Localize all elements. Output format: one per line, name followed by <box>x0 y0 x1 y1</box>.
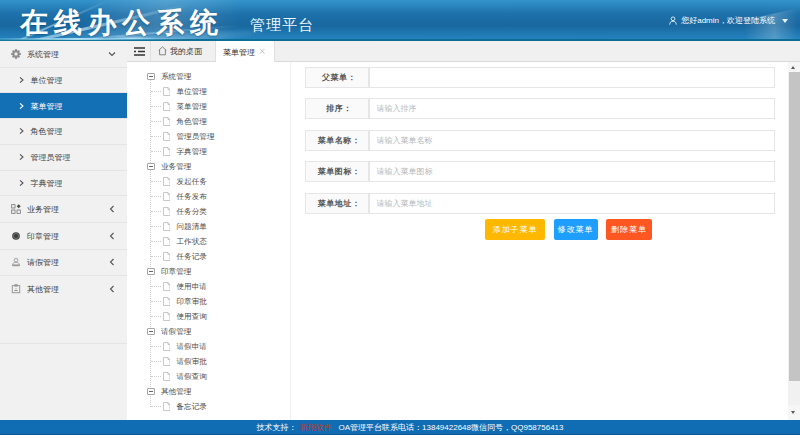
tree-collapse-box[interactable] <box>147 328 155 336</box>
tree-node-child[interactable]: 印章审批 <box>127 294 287 309</box>
tab-label: 菜单管理 <box>223 46 255 57</box>
tree-node-label[interactable]: 使用申请 <box>177 282 207 292</box>
tree-node-label[interactable]: 请假查询 <box>177 372 207 382</box>
tree-node-child[interactable]: 角色管理 <box>127 114 287 129</box>
sidebar-item-admin[interactable]: 管理员管理 <box>0 144 127 170</box>
sidebar-group-system[interactable]: 系统管理 <box>0 41 127 67</box>
tree-node-label[interactable]: 其他管理 <box>161 387 191 397</box>
tree-node-label[interactable]: 单位管理 <box>177 87 207 97</box>
user-icon <box>669 16 677 26</box>
tree-node-child[interactable]: 请假申请 <box>127 339 287 354</box>
tree-node-child[interactable]: 任务发布 <box>127 189 287 204</box>
menu-icon-input[interactable] <box>369 161 776 182</box>
tab-menu-active[interactable]: 菜单管理 <box>216 41 275 62</box>
tree-node-child[interactable]: 请假查询 <box>127 369 287 384</box>
tree-collapse-box[interactable] <box>147 73 155 81</box>
gear-icon <box>11 49 21 59</box>
scroll-down-button[interactable] <box>788 405 800 420</box>
tree-connector-tick <box>151 151 161 152</box>
document-icon <box>163 357 171 366</box>
footer-support-prefix: 技术支持： <box>257 422 297 433</box>
tree-node-parent[interactable]: 请假管理 <box>127 324 287 339</box>
sort-input[interactable] <box>369 98 776 119</box>
tab-control[interactable] <box>127 41 151 61</box>
tree-node-child[interactable]: 使用申请 <box>127 279 287 294</box>
tree-node-label[interactable]: 菜单管理 <box>177 102 207 112</box>
edit-menu-button[interactable]: 修改菜单 <box>554 219 598 241</box>
tree-node-label[interactable]: 印章审批 <box>177 297 207 307</box>
menu-url-input[interactable] <box>369 193 776 214</box>
tree-node-label[interactable]: 管理员管理 <box>177 132 215 142</box>
field-label: 菜单名称： <box>305 130 369 151</box>
tabbar: 我的桌面 菜单管理 <box>127 41 800 62</box>
tree-collapse-box[interactable] <box>147 268 155 276</box>
tree-connector-tick <box>151 346 161 347</box>
tree-node-child[interactable]: 请假审批 <box>127 354 287 369</box>
tree-collapse-box[interactable] <box>147 388 155 396</box>
tree-node-label[interactable]: 请假审批 <box>177 357 207 367</box>
tree-node-parent[interactable]: 印章管理 <box>127 264 287 279</box>
tree-node-label[interactable]: 角色管理 <box>177 117 207 127</box>
sidebar-item-label: 角色管理 <box>31 126 63 137</box>
add-submenu-button[interactable]: 添加子菜单 <box>485 219 545 241</box>
caret-down-icon <box>782 19 788 23</box>
tree-connector-tick <box>151 226 161 227</box>
tree-node-label[interactable]: 印章管理 <box>161 267 191 277</box>
tree-node-label[interactable]: 字典管理 <box>177 147 207 157</box>
sidebar-group-label: 印章管理 <box>27 230 59 241</box>
sidebar-group-business[interactable]: 业务管理 <box>0 195 127 222</box>
scrollbar-thumb[interactable] <box>789 72 800 381</box>
tree-connector-tick <box>151 406 161 407</box>
app: 在线办公系统 管理平台 您好admin，欢迎登陆系统 <box>0 0 800 435</box>
tree-node-parent[interactable]: 业务管理 <box>127 159 287 174</box>
tree-node-child[interactable]: 菜单管理 <box>127 99 287 114</box>
tree-node-label[interactable]: 业务管理 <box>161 162 191 172</box>
parent-menu-input[interactable] <box>369 67 776 88</box>
tree-node-child[interactable]: 发起任务 <box>127 174 287 189</box>
sidebar-item-dict[interactable]: 字典管理 <box>0 170 127 196</box>
tree-node-label[interactable]: 工作状态 <box>177 237 207 247</box>
tree-node-label[interactable]: 系统管理 <box>161 72 191 82</box>
tree-collapse-box[interactable] <box>147 163 155 171</box>
sidebar-group-other[interactable]: 其他管理 <box>0 275 127 302</box>
tree-node-child[interactable]: 字典管理 <box>127 144 287 159</box>
tree-node-label[interactable]: 请假管理 <box>161 327 191 337</box>
footer: 技术支持：新翔软件OA管理平台联系电话：13849422648微信同号，QQ95… <box>0 420 800 435</box>
sidebar-group-leave[interactable]: 请假管理 <box>0 249 127 276</box>
tree-node-label[interactable]: 备忘记录 <box>177 402 207 412</box>
tree-node-label[interactable]: 问题清单 <box>177 222 207 232</box>
user-menu[interactable]: 您好admin，欢迎登陆系统 <box>669 0 788 41</box>
tree-connector-tick <box>151 121 161 122</box>
tree-node-child[interactable]: 单位管理 <box>127 84 287 99</box>
tab-desktop[interactable]: 我的桌面 <box>151 41 216 61</box>
tree-node-child[interactable]: 备忘记录 <box>127 399 287 414</box>
tree-node-child[interactable]: 问题清单 <box>127 219 287 234</box>
tree-node-label[interactable]: 任务记录 <box>177 252 207 262</box>
sidebar-group-seal[interactable]: 印章管理 <box>0 222 127 249</box>
tree-node-label[interactable]: 任务分类 <box>177 207 207 217</box>
sidebar-item-unit[interactable]: 单位管理 <box>0 67 127 93</box>
tree-node-parent[interactable]: 系统管理 <box>127 69 287 84</box>
tree-node-label[interactable]: 使用查询 <box>177 312 207 322</box>
tree-node-child[interactable]: 工作状态 <box>127 234 287 249</box>
tree-node-parent[interactable]: 其他管理 <box>127 384 287 399</box>
vertical-scrollbar[interactable] <box>788 62 800 420</box>
close-icon[interactable] <box>259 48 266 55</box>
scroll-up-button[interactable] <box>788 62 800 72</box>
sidebar-item-role[interactable]: 角色管理 <box>0 118 127 144</box>
document-icon <box>163 87 171 96</box>
sidebar-item-menu[interactable]: 菜单管理 <box>0 92 127 118</box>
sidebar-divider <box>0 343 127 344</box>
menu-name-input[interactable] <box>369 130 776 151</box>
tree-node-label[interactable]: 任务发布 <box>177 192 207 202</box>
document-icon <box>163 372 171 381</box>
tree-node-label[interactable]: 发起任务 <box>177 177 207 187</box>
tree-node-child[interactable]: 使用查询 <box>127 309 287 324</box>
tree-node-child[interactable]: 任务分类 <box>127 204 287 219</box>
tab-label: 我的桌面 <box>170 46 202 57</box>
tree-connector-tick <box>151 91 161 92</box>
delete-menu-button[interactable]: 删除菜单 <box>606 219 652 241</box>
tree-node-child[interactable]: 任务记录 <box>127 249 287 264</box>
tree-node-child[interactable]: 管理员管理 <box>127 129 287 144</box>
tree-node-label[interactable]: 请假申请 <box>177 342 207 352</box>
